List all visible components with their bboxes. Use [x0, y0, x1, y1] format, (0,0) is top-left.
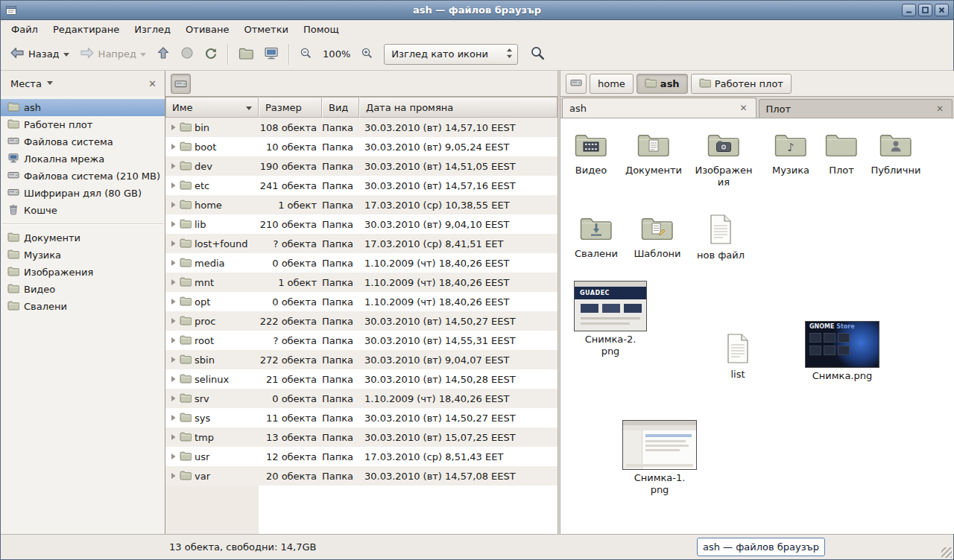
- computer-button[interactable]: [259, 42, 283, 66]
- icon-view-item[interactable]: GUADEC Снимка-2.png: [575, 281, 646, 357]
- sidebar-item[interactable]: ash: [1, 99, 165, 116]
- file-row[interactable]: boot 10 обекта Папка 30.03.2010 (вт) 9,0…: [165, 137, 557, 156]
- file-row[interactable]: dev 190 обекта Папка 30.03.2010 (вт) 14,…: [165, 156, 557, 176]
- sidebar-item[interactable]: Кошче: [1, 202, 165, 219]
- expander-icon[interactable]: [170, 316, 177, 327]
- resize-grip[interactable]: [941, 547, 952, 558]
- sidebar-item[interactable]: Видео: [1, 281, 165, 298]
- icon-view-item[interactable]: Снимка-1.png: [624, 420, 695, 496]
- icon-view-item[interactable]: Видео: [560, 130, 627, 176]
- search-button[interactable]: [525, 42, 550, 67]
- sidebar-item[interactable]: Работен плот: [1, 116, 165, 133]
- file-row[interactable]: tmp 13 обекта Папка 30.03.2010 (вт) 15,0…: [165, 427, 557, 447]
- file-row[interactable]: selinux 21 обекта Папка 30.03.2010 (вт) …: [165, 369, 557, 389]
- expander-icon[interactable]: [170, 471, 177, 482]
- path-segment-home[interactable]: home: [590, 74, 634, 94]
- expander-icon[interactable]: [170, 374, 177, 385]
- file-row[interactable]: bin 108 обекта Папка 30.03.2010 (вт) 14,…: [165, 118, 557, 137]
- sidebar-item[interactable]: Изображения: [1, 264, 165, 281]
- zoom-out-button[interactable]: [295, 43, 317, 66]
- menu-item-0[interactable]: Файл: [4, 20, 45, 38]
- tab-0[interactable]: ash ✕: [562, 98, 756, 118]
- sidebar-item[interactable]: Шифриран дял (80 GB): [1, 185, 165, 202]
- file-row[interactable]: mnt 1 обект Папка 1.10.2009 (чт) 18,40,2…: [165, 273, 557, 292]
- taskbar-window-button[interactable]: ash — файлов браузър: [697, 538, 825, 556]
- home-folder-button[interactable]: [234, 42, 258, 66]
- sidebar-item[interactable]: Файлова система (210 MB): [1, 168, 165, 185]
- file-row[interactable]: root ? обекта Папка 30.03.2010 (вт) 14,5…: [165, 331, 557, 350]
- expander-icon[interactable]: [170, 122, 177, 133]
- path-segment-root[interactable]: [566, 74, 587, 94]
- expander-icon[interactable]: [170, 258, 177, 269]
- path-segment-ash[interactable]: ash: [636, 74, 688, 94]
- icon-view-item[interactable]: list: [702, 333, 774, 381]
- icon-view-item[interactable]: Изображения: [688, 130, 759, 188]
- close-button[interactable]: [935, 4, 949, 16]
- sidebar-item[interactable]: Локална мрежа: [1, 150, 165, 168]
- menu-item-3[interactable]: Отиване: [178, 20, 236, 38]
- tab-close-icon[interactable]: ✕: [935, 104, 945, 114]
- expander-icon[interactable]: [170, 335, 177, 346]
- file-row[interactable]: srv 0 обекта Папка 1.10.2009 (чт) 18,40,…: [165, 389, 557, 408]
- file-row[interactable]: sys 11 обекта Папка 30.03.2010 (вт) 14,5…: [165, 408, 557, 427]
- tab-close-icon[interactable]: ✕: [738, 103, 748, 113]
- up-button[interactable]: [152, 42, 174, 66]
- minimize-button[interactable]: [902, 4, 916, 16]
- expander-icon[interactable]: [170, 413, 177, 424]
- expander-icon[interactable]: [170, 451, 177, 462]
- back-history-chevron-icon[interactable]: [63, 48, 69, 60]
- column-header-2[interactable]: Вид: [322, 97, 359, 118]
- maximize-button[interactable]: [918, 4, 932, 16]
- menu-item-2[interactable]: Изглед: [127, 20, 178, 38]
- stop-button[interactable]: [176, 42, 198, 66]
- forward-button[interactable]: Напред: [75, 42, 151, 66]
- expander-icon[interactable]: [170, 161, 177, 172]
- icon-view-item[interactable]: Шаблони: [622, 214, 693, 260]
- sidebar-item[interactable]: Файлова система: [1, 133, 165, 150]
- expander-icon[interactable]: [170, 180, 177, 191]
- expander-icon[interactable]: [170, 238, 177, 249]
- expander-icon[interactable]: [170, 219, 177, 230]
- path-segment-label: Работен плот: [715, 78, 783, 89]
- expander-icon[interactable]: [170, 296, 177, 308]
- icon-view-item[interactable]: GNOME StoreСнимка.png: [806, 321, 878, 382]
- file-row[interactable]: media 0 обекта Папка 1.10.2009 (чт) 18,4…: [165, 253, 557, 273]
- menu-item-4[interactable]: Отметки: [236, 20, 295, 38]
- view-mode-selector[interactable]: Изглед като икони: [384, 44, 518, 65]
- file-row[interactable]: proc 222 обекта Папка 30.03.2010 (вт) 14…: [165, 311, 557, 331]
- expander-icon[interactable]: [170, 141, 177, 153]
- file-row[interactable]: var 20 обекта Папка 30.03.2010 (вт) 14,5…: [165, 466, 557, 486]
- sidebar-item[interactable]: Свалени: [1, 298, 165, 315]
- file-row[interactable]: home 1 обект Папка 17.03.2010 (ср) 10,38…: [165, 195, 557, 214]
- menu-item-5[interactable]: Помощ: [296, 20, 347, 38]
- expander-icon[interactable]: [170, 354, 177, 366]
- expander-icon[interactable]: [170, 393, 177, 404]
- view-mode-value: Изглед като икони: [391, 48, 488, 60]
- sidebar-item[interactable]: Документи: [1, 229, 165, 246]
- icon-view-item[interactable]: нов файл: [685, 214, 756, 261]
- filesystem-root-button[interactable]: [171, 74, 191, 94]
- column-header-0[interactable]: Име: [165, 97, 259, 118]
- tab-1[interactable]: Плот ✕: [759, 99, 953, 118]
- icon-view-item[interactable]: Документи: [618, 130, 689, 176]
- expander-icon[interactable]: [170, 277, 177, 288]
- file-row[interactable]: sbin 272 обекта Папка 30.03.2010 (вт) 9,…: [165, 350, 557, 369]
- places-selector[interactable]: Места: [6, 76, 57, 92]
- menu-item-1[interactable]: Редактиране: [45, 20, 127, 38]
- path-segment-Работен плот[interactable]: Работен плот: [691, 74, 792, 94]
- sidebar-item[interactable]: Музика: [1, 246, 165, 264]
- expander-icon[interactable]: [170, 432, 177, 443]
- file-row[interactable]: lib 210 обекта Папка 30.03.2010 (вт) 9,0…: [165, 214, 557, 234]
- file-row[interactable]: lost+found ? обекта Папка 17.03.2010 (ср…: [165, 234, 557, 253]
- back-button[interactable]: Назад: [5, 42, 74, 66]
- sidebar-close-icon[interactable]: ✕: [145, 77, 159, 91]
- file-row[interactable]: opt 0 обекта Папка 1.10.2009 (чт) 18,40,…: [165, 292, 557, 311]
- column-header-3[interactable]: Дата на промяна: [359, 97, 557, 118]
- expander-icon[interactable]: [170, 200, 177, 211]
- column-header-1[interactable]: Размер: [259, 97, 322, 118]
- file-row[interactable]: etc 241 обекта Папка 30.03.2010 (вт) 14,…: [165, 176, 557, 195]
- zoom-in-button[interactable]: [356, 43, 378, 66]
- reload-button[interactable]: [200, 42, 222, 66]
- file-row[interactable]: usr 12 обекта Папка 17.03.2010 (ср) 8,51…: [165, 447, 557, 466]
- icon-view-item[interactable]: Публични: [860, 130, 932, 176]
